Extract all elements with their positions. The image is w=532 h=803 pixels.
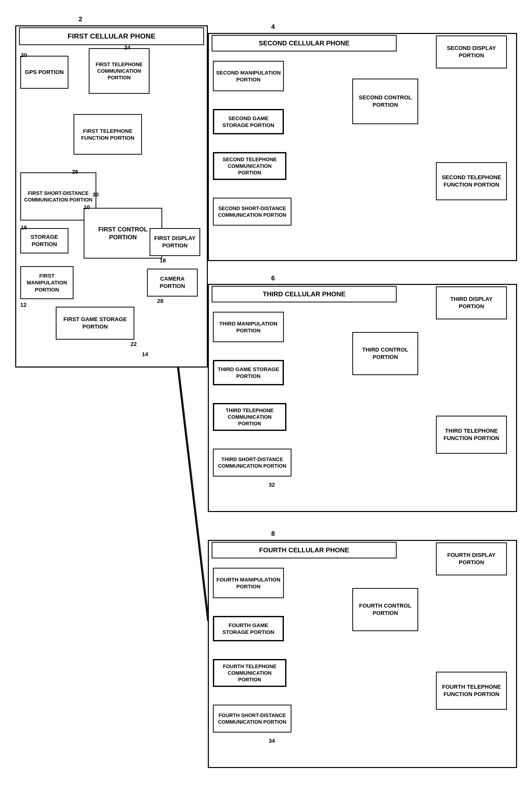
phone2-ref-label: 4 xyxy=(271,23,275,31)
phone4-game-storage: FOURTH GAME STORAGE PORTION xyxy=(213,616,284,641)
phone1-gps-ref: 20 xyxy=(21,52,27,59)
phone3-manip: THIRD MANIPULATION PORTION xyxy=(213,312,284,342)
phone1-game-storage-ref: 22 xyxy=(131,341,137,347)
phone3-short-dist: THIRD SHORT-DISTANCE COMMUNICATION PORTI… xyxy=(213,448,291,477)
phone1-gps: GPS PORTION xyxy=(20,56,69,89)
ref-14: 14 xyxy=(142,351,148,358)
phone2-tel-comm: SECOND TELEPHONE COMMUNICATION PORTION xyxy=(213,152,286,180)
phone4-tel-func: FOURTH TELEPHONE FUNCTION PORTION xyxy=(436,672,507,710)
phone3-game-storage: THIRD GAME STORAGE PORTION xyxy=(213,360,284,385)
phone1-camera: CAMERA PORTION xyxy=(147,269,198,297)
phone1-title: FIRST CELLULAR PHONE xyxy=(19,27,204,45)
phone4-ref-label: 8 xyxy=(271,530,275,538)
phone4-display: FOURTH DISPLAY PORTION xyxy=(436,542,507,575)
phone1-game-storage: FIRST GAME STORAGE PORTION xyxy=(56,307,134,340)
ref-30: 30 xyxy=(93,191,99,198)
phone3-ref32: 32 xyxy=(269,482,275,488)
phone3-ref-label: 6 xyxy=(271,274,275,282)
phone3-tel-func: THIRD TELEPHONE FUNCTION PORTION xyxy=(436,416,507,454)
phone1-manip-ref: 12 xyxy=(20,302,26,308)
phone1-tel-comm: FIRST TELEPHONE COMMUNICATION PORTION xyxy=(89,48,150,94)
phone2-short-dist: SECOND SHORT-DISTANCE COMMUNICATION PORT… xyxy=(213,198,291,226)
phone1-display: FIRST DISPLAY PORTION xyxy=(150,228,200,256)
diagram: 2 FIRST CELLULAR PHONE GPS PORTION 20 FI… xyxy=(0,0,532,803)
phone1-tel-comm-ref: 24 xyxy=(124,44,130,51)
phone4-manip: FOURTH MANIPULATION PORTION xyxy=(213,568,284,598)
phone4-tel-comm: FOURTH TELEPHONE COMMUNICATION PORTION xyxy=(213,659,286,687)
phone4-short-dist: FOURTH SHORT-DISTANCE COMMUNICATION PORT… xyxy=(213,705,291,732)
phone2-title: SECOND CELLULAR PHONE xyxy=(212,35,397,52)
phone3-title: THIRD CELLULAR PHONE xyxy=(212,286,397,302)
phone3-tel-comm: THIRD TELEPHONE COMMUNICATION PORTION xyxy=(213,403,286,431)
phone2-tel-func: SECOND TELEPHONE FUNCTION PORTION xyxy=(436,162,507,200)
phone2-game-storage: SECOND GAME STORAGE PORTION xyxy=(213,109,284,134)
phone1-storage: STORAGE PORTION xyxy=(20,228,69,253)
phone1-control-ref: 10 xyxy=(84,204,90,211)
phone4-title: FOURTH CELLULAR PHONE xyxy=(212,542,397,558)
phone4-control: FOURTH CONTROL PORTION xyxy=(352,588,418,631)
phone1-ref-label: 2 xyxy=(79,15,82,23)
phone1-tel-func: FIRST TELEPHONE FUNCTION PORTION xyxy=(74,114,142,155)
phone4-ref34: 34 xyxy=(269,738,275,744)
phone1-display-ref: 18 xyxy=(160,257,166,264)
phone1-camera-ref: 28 xyxy=(157,298,163,304)
phone2-manip: SECOND MANIPULATION PORTION xyxy=(213,61,284,91)
phone2-display: SECOND DISPLAY PORTION xyxy=(436,36,507,69)
phone1-storage-ref: 16 xyxy=(21,224,27,231)
phone3-display: THIRD DISPLAY PORTION xyxy=(436,286,507,319)
phone3-control: THIRD CONTROL PORTION xyxy=(352,332,418,375)
phone1-manip: FIRST MANIPULATION PORTION xyxy=(20,266,74,299)
phone2-control: SECOND CONTROL PORTION xyxy=(352,79,418,124)
phone1-short-dist-ref: 26 xyxy=(72,169,78,175)
